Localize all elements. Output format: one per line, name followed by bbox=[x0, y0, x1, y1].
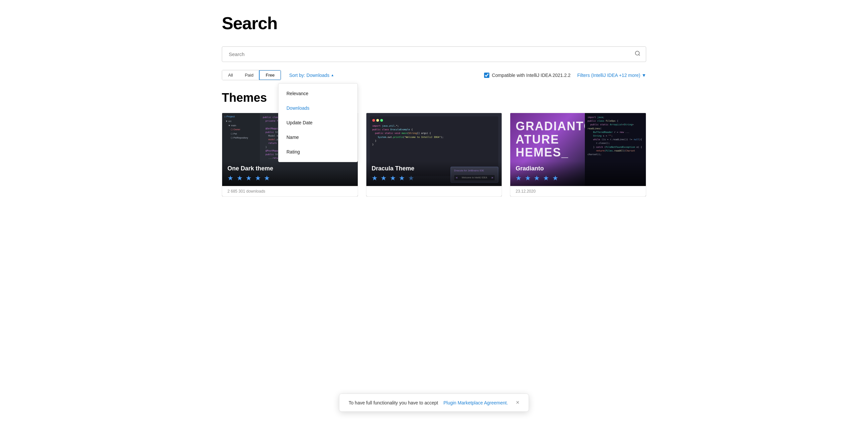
sort-label: Sort by: Downloads bbox=[289, 72, 329, 78]
dropdown-item-rating[interactable]: Rating bbox=[279, 145, 358, 159]
page-title: Search bbox=[222, 13, 646, 33]
search-button[interactable] bbox=[633, 49, 642, 59]
card-title-gradianto: Gradianto bbox=[516, 165, 641, 172]
card-dracula[interactable]: import java.util.*; public class Dracula… bbox=[366, 113, 502, 196]
card-gradianto[interactable]: GRADIANTOATUREHEMES_ import java; public… bbox=[510, 113, 646, 196]
card-image-gradianto: GRADIANTOATUREHEMES_ import java; public… bbox=[510, 113, 646, 186]
type-btn-free[interactable]: Free bbox=[259, 70, 281, 80]
filters-link[interactable]: Filters (IntelliJ IDEA +12 more) ▼ bbox=[577, 72, 646, 78]
card-footer-one-dark: 2 685 301 downloads bbox=[222, 186, 358, 196]
stars-gradianto: ★ ★ ★ ★ ★ bbox=[516, 174, 641, 182]
search-input[interactable] bbox=[226, 47, 633, 62]
card-title-dracula: Dracula Theme bbox=[372, 165, 497, 172]
filters-label: Filters (IntelliJ IDEA +12 more) bbox=[577, 72, 640, 78]
sort-dropdown: Relevance Downloads Update Date Name Rat… bbox=[278, 83, 358, 162]
stars-one-dark: ★ ★ ★ ★ ★ bbox=[227, 174, 352, 182]
compatible-label[interactable]: Compatible with IntelliJ IDEA 2021.2.2 bbox=[484, 72, 570, 78]
svg-point-0 bbox=[635, 51, 639, 55]
type-btn-paid[interactable]: Paid bbox=[239, 70, 259, 80]
compatible-checkbox[interactable] bbox=[484, 72, 489, 78]
svg-line-1 bbox=[639, 54, 640, 55]
card-overlay-one-dark: One Dark theme ★ ★ ★ ★ ★ bbox=[222, 161, 358, 186]
sort-arrow-icon: ▲ bbox=[331, 73, 334, 77]
dropdown-item-downloads[interactable]: Downloads bbox=[279, 101, 358, 115]
sort-by-button[interactable]: Sort by: Downloads ▲ bbox=[289, 72, 334, 78]
dropdown-item-name[interactable]: Name bbox=[279, 130, 358, 145]
type-buttons: All Paid Free bbox=[222, 70, 281, 80]
dropdown-item-relevance[interactable]: Relevance bbox=[279, 86, 358, 101]
type-btn-all[interactable]: All bbox=[222, 70, 239, 80]
compatible-text: Compatible with IntelliJ IDEA 2021.2.2 bbox=[492, 72, 570, 78]
filters-arrow-icon: ▼ bbox=[642, 72, 646, 78]
gradianto-bg-text: GRADIANTOATUREHEMES_ bbox=[516, 120, 593, 159]
filter-row: All Paid Free Sort by: Downloads ▲ Relev… bbox=[222, 70, 646, 80]
card-overlay-gradianto: Gradianto ★ ★ ★ ★ ★ bbox=[510, 161, 646, 186]
stars-dracula: ★ ★ ★ ★ ★ bbox=[372, 174, 497, 182]
card-title-one-dark: One Dark theme bbox=[227, 165, 352, 172]
card-footer-dracula bbox=[366, 186, 502, 196]
dropdown-item-update-date[interactable]: Update Date bbox=[279, 115, 358, 130]
search-bar bbox=[222, 47, 646, 62]
card-image-dracula: import java.util.*; public class Dracula… bbox=[366, 113, 502, 186]
card-overlay-dracula: Dracula Theme ★ ★ ★ ★ ★ bbox=[366, 161, 502, 186]
card-footer-gradianto: 23.12.2020 bbox=[510, 186, 646, 196]
